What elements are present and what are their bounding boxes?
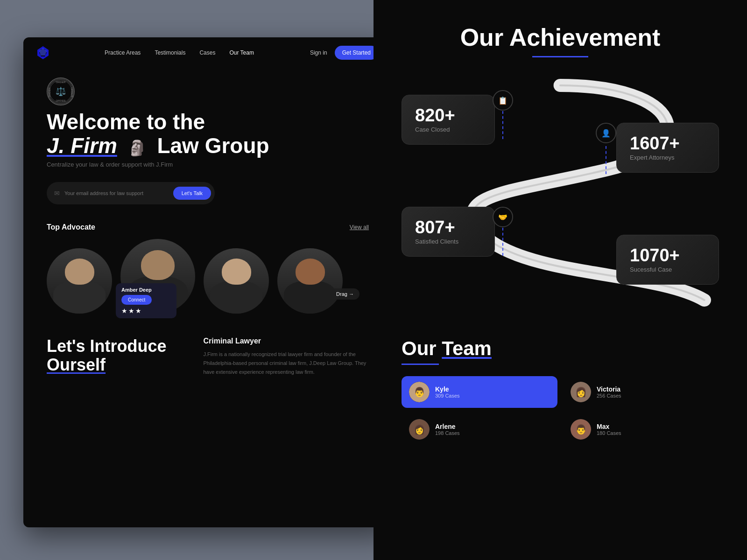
team-avatar-kyle: 👨 (409, 382, 430, 402)
introduce-title: Let's Introduce Ourself (47, 337, 184, 374)
nav-links: Practice Areas Testimonials Cases Our Te… (105, 49, 254, 56)
team-cases-victoria: 256 Cases (597, 393, 621, 399)
achievement-section: Our Achievement 820+ Case Closed 1607+ E… (374, 0, 747, 323)
introduce-section: Let's Introduce Ourself Criminal Lawyer … (23, 323, 392, 385)
team-item-arlene[interactable]: 👩 Arlene 198 Cases (402, 413, 557, 445)
dashed-line-2 (606, 146, 606, 174)
view-all-link[interactable]: View all (350, 224, 369, 231)
logo[interactable] (37, 46, 49, 59)
advocate-title: Top Advocate (47, 223, 95, 231)
firm-name: J. Firm (47, 133, 117, 158)
svg-text:ORDER: ORDER (56, 81, 66, 84)
svg-text:ORDER: ORDER (70, 88, 73, 98)
email-input[interactable] (64, 190, 169, 196)
nav-practice-areas[interactable]: Practice Areas (105, 49, 141, 56)
achievement-card-1: 820+ Case Closed (402, 95, 495, 145)
hero-section: ORDER ORDER ORDER ORDER ⚖️ Welcome to th… (23, 68, 392, 218)
advocate-stars: ★★★ (121, 307, 171, 315)
team-name-max: Max (597, 423, 621, 430)
ach-label-4: Sucessful Case (630, 266, 705, 273)
achievement-card-3: 807+ Satisfied Clients (402, 207, 495, 257)
ach-number-1: 820+ (415, 106, 481, 124)
advocate-popup: Amber Deep Connect ★★★ (116, 283, 176, 318)
team-grid: 👨 Kyle 309 Cases 👩 Victoria 256 Cases (402, 376, 719, 445)
svg-text:ORDER: ORDER (49, 88, 51, 98)
advocate-name: Amber Deep (121, 287, 171, 293)
sign-in-link[interactable]: Sign in (310, 49, 327, 56)
ach-label-2: Expert Attorneys (630, 154, 705, 161)
law-group: Law Group (157, 133, 269, 158)
svg-text:ORDER: ORDER (56, 99, 66, 102)
team-member-info-max: Max 180 Cases (597, 423, 621, 436)
order-badge: ORDER ORDER ORDER ORDER ⚖️ (47, 77, 75, 105)
achievement-title: Our Achievement (402, 23, 719, 51)
advocate-1[interactable] (47, 248, 112, 314)
nav-our-team[interactable]: Our Team (229, 49, 254, 56)
team-title: Our Team (402, 337, 719, 360)
lets-talk-button[interactable]: Let's Talk (173, 187, 211, 200)
introduce-left: Let's Introduce Ourself (47, 337, 184, 376)
advocate-2-card[interactable]: Amber Deep Connect ★★★ (120, 239, 195, 314)
email-icon: ✉ (54, 189, 60, 197)
team-cases-max: 180 Cases (597, 430, 621, 436)
hero-subtitle: Centralize your law & order support with… (47, 161, 369, 168)
nav-testimonials[interactable]: Testimonials (155, 49, 185, 56)
team-item-max[interactable]: 👨 Max 180 Cases (563, 413, 719, 445)
team-member-info-arlene: Arlene 198 Cases (435, 423, 460, 436)
team-name-arlene: Arlene (435, 423, 460, 430)
team-name-victoria: Victoria (597, 385, 621, 393)
criminal-title: Criminal Lawyer (203, 337, 369, 345)
team-section: Our Team 👨 Kyle 309 Cases 👩 Victo (374, 323, 747, 459)
ach-number-2: 1607+ (630, 134, 705, 152)
criminal-desc: J.Firm is a nationally recognized trial … (203, 350, 369, 376)
email-form: ✉ Let's Talk (47, 182, 215, 204)
spiral-icon-2: 👤 (596, 123, 616, 143)
advocate-4[interactable] (277, 248, 343, 314)
drag-indicator: Drag → (331, 288, 359, 300)
right-panel: Our Achievement 820+ Case Closed 1607+ E… (374, 0, 747, 560)
navigation: Practice Areas Testimonials Cases Our Te… (23, 37, 392, 68)
team-item-kyle[interactable]: 👨 Kyle 309 Cases (402, 376, 557, 408)
nav-cases[interactable]: Cases (199, 49, 215, 56)
order-ring: ORDER ORDER ORDER ORDER ⚖️ (48, 79, 73, 104)
team-member-info-victoria: Victoria 256 Cases (597, 385, 621, 399)
spiral-icon-1: 📋 (493, 90, 513, 111)
ach-number-3: 807+ (415, 218, 481, 236)
top-advocate-section: Top Advocate View all (23, 218, 392, 323)
team-underline (402, 364, 439, 365)
team-name-kyle: Kyle (435, 385, 460, 393)
team-member-info-kyle: Kyle 309 Cases (435, 385, 460, 399)
main-website-card: Practice Areas Testimonials Cases Our Te… (23, 37, 392, 527)
dashed-line-3 (502, 228, 503, 256)
advocates-row: Amber Deep Connect ★★★ (47, 239, 369, 314)
achievement-card-2: 1607+ Expert Attorneys (616, 123, 719, 173)
drag-label: Drag → (336, 291, 354, 297)
ach-number-4: 1070+ (630, 246, 705, 264)
achievement-card-4: 1070+ Sucessful Case (616, 235, 719, 285)
team-avatar-victoria: 👩 (571, 382, 591, 402)
statue-icon: 🗿 (128, 140, 147, 156)
dashed-line-1 (502, 111, 503, 139)
connect-button[interactable]: Connect (121, 295, 152, 305)
advocate-3[interactable] (204, 248, 269, 314)
achievement-underline (532, 56, 588, 57)
team-cases-arlene: 198 Cases (435, 430, 460, 436)
team-cases-kyle: 309 Cases (435, 393, 460, 399)
team-item-victoria[interactable]: 👩 Victoria 256 Cases (563, 376, 719, 408)
advocate-header: Top Advocate View all (47, 223, 369, 231)
ach-label-1: Case Closed (415, 126, 481, 133)
hero-title: Welcome to the J. Firm 🗿 Law Group (47, 110, 369, 157)
spiral-icon-3: 🤝 (493, 207, 513, 227)
introduce-right: Criminal Lawyer J.Firm is a nationally r… (203, 337, 369, 376)
team-avatar-max: 👨 (571, 419, 591, 440)
team-avatar-arlene: 👩 (409, 419, 430, 440)
spiral-container: 820+ Case Closed 1607+ Expert Attorneys … (392, 76, 728, 309)
get-started-button[interactable]: Get Started (335, 46, 378, 60)
nav-auth: Sign in Get Started (310, 46, 378, 60)
ach-label-3: Satisfied Clients (415, 238, 481, 245)
